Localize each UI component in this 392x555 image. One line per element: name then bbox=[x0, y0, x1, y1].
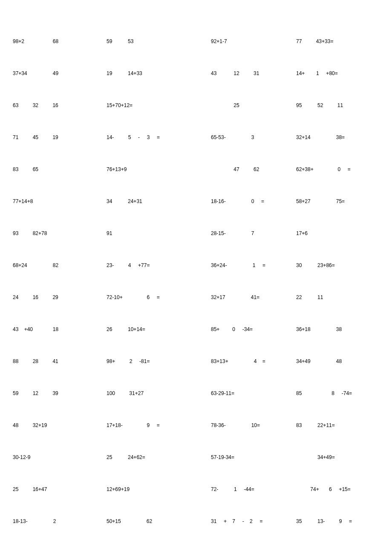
cell: 93 82+78 bbox=[13, 230, 107, 236]
worksheet-row: 63 32 16 15+70+12= 25 95 52 11 bbox=[13, 102, 379, 134]
cell: 98+2 68 bbox=[13, 38, 107, 44]
cell: 14+ 1 +80= bbox=[296, 70, 379, 76]
worksheet-row: 93 82+78 91 28-15- 7 17+6 bbox=[13, 230, 379, 262]
cell: 34 24+31 bbox=[107, 198, 211, 204]
cell: 65-53- 3 bbox=[211, 134, 296, 140]
cell: 63-29-11= bbox=[211, 390, 296, 396]
worksheet-page: 98+2 68 59 53 92+1-7 77 43+33= 37+34 49 … bbox=[0, 0, 392, 555]
cell: 17+6 bbox=[296, 230, 379, 236]
cell: 85 8 -74= bbox=[296, 390, 379, 396]
cell: 78-36- 10= bbox=[211, 422, 296, 428]
cell: 92+1-7 bbox=[211, 38, 296, 44]
worksheet-row: 88 28 41 98+ 2 -81= 83+13+ 4 = 34+49 48 bbox=[13, 358, 379, 390]
cell: 25 16+47 bbox=[13, 486, 107, 492]
cell: 14- 5 - 3 = bbox=[107, 134, 211, 140]
cell: 59 53 bbox=[107, 38, 211, 44]
cell: 32+17 41= bbox=[211, 294, 296, 300]
cell: 77+14+8 bbox=[13, 198, 107, 204]
worksheet-row: 37+34 49 19 14+33 43 12 31 14+ 1 +80= bbox=[13, 70, 379, 102]
cell: 85+ 0 -34= bbox=[211, 326, 296, 332]
worksheet-row: 25 16+47 12+69+19 72- 1 -44= 74+ 6 +15= bbox=[13, 486, 379, 518]
cell: 43 +40 18 bbox=[13, 326, 107, 332]
cell: 83 22+11= bbox=[296, 422, 379, 428]
cell: 35 13- 9 = bbox=[296, 518, 379, 524]
cell: 83 65 bbox=[13, 166, 107, 172]
cell: 24 16 29 bbox=[13, 294, 107, 300]
cell: 83+13+ 4 = bbox=[211, 358, 296, 364]
cell: 25 bbox=[211, 102, 296, 108]
worksheet-row: 59 12 39 100 31+27 63-29-11= 85 8 -74= bbox=[13, 390, 379, 422]
cell: 57-19-34= bbox=[211, 454, 296, 460]
cell: 76+13+9 bbox=[107, 166, 211, 172]
worksheet-row: 77+14+8 34 24+31 18-16- 0 = 58+27 75= bbox=[13, 198, 379, 230]
cell: 48 32+19 bbox=[13, 422, 107, 428]
cell: 100 31+27 bbox=[107, 390, 211, 396]
cell: 88 28 41 bbox=[13, 358, 107, 364]
cell: 77 43+33= bbox=[296, 38, 379, 44]
worksheet-row: 30-12-9 25 24+62= 57-19-34= 34+49= bbox=[13, 454, 379, 486]
cell: 50+15 62 bbox=[107, 518, 211, 524]
cell: 58+27 75= bbox=[296, 198, 379, 204]
cell: 72- 1 -44= bbox=[211, 486, 296, 492]
worksheet-row: 68+24 82 23- 4 +77= 36+24- 1 = 30 23+86= bbox=[13, 262, 379, 294]
cell: 32+14 38= bbox=[296, 134, 379, 140]
worksheet-row: 18-13- 2 50+15 62 31 + 7 - 2 = 35 13- 9 … bbox=[13, 518, 379, 550]
cell: 22 11 bbox=[296, 294, 379, 300]
worksheet-row: 24 16 29 72-10+ 6 = 32+17 41= 22 11 bbox=[13, 294, 379, 326]
cell: 28-15- 7 bbox=[211, 230, 296, 236]
cell: 62+38+ 0 = bbox=[296, 166, 379, 172]
cell: 19 14+33 bbox=[107, 70, 211, 76]
cell: 31 + 7 - 2 = bbox=[211, 518, 296, 524]
cell: 15+70+12= bbox=[107, 102, 211, 108]
cell: 72-10+ 6 = bbox=[107, 294, 211, 300]
worksheet-row: 43 +40 18 26 10+14= 85+ 0 -34= 36+18 38 bbox=[13, 326, 379, 358]
cell: 25 24+62= bbox=[107, 454, 211, 460]
cell: 18-13- 2 bbox=[13, 518, 107, 524]
worksheet-row: 83 65 76+13+9 47 62 62+38+ 0 = bbox=[13, 166, 379, 198]
cell: 23- 4 +77= bbox=[107, 262, 211, 268]
cell: 34+49= bbox=[296, 454, 379, 460]
cell: 12+69+19 bbox=[107, 486, 211, 492]
cell: 34+49 48 bbox=[296, 358, 379, 364]
cell: 68+24 82 bbox=[13, 262, 107, 268]
cell: 98+ 2 -81= bbox=[107, 358, 211, 364]
cell: 26 10+14= bbox=[107, 326, 211, 332]
cell: 43 12 31 bbox=[211, 70, 296, 76]
cell: 36+24- 1 = bbox=[211, 262, 296, 268]
cell: 74+ 6 +15= bbox=[296, 486, 379, 492]
cell: 36+18 38 bbox=[296, 326, 379, 332]
cell: 91 bbox=[107, 230, 211, 236]
cell: 59 12 39 bbox=[13, 390, 107, 396]
cell: 17+18- 9 = bbox=[107, 422, 211, 428]
worksheet-row: 98+2 68 59 53 92+1-7 77 43+33= bbox=[13, 38, 379, 70]
cell: 63 32 16 bbox=[13, 102, 107, 108]
worksheet-row: 48 32+19 17+18- 9 = 78-36- 10= 83 22+11= bbox=[13, 422, 379, 454]
worksheet-row: 71 45 19 14- 5 - 3 = 65-53- 3 32+14 38= bbox=[13, 134, 379, 166]
cell: 18-16- 0 = bbox=[211, 198, 296, 204]
cell: 30-12-9 bbox=[13, 454, 107, 460]
cell: 71 45 19 bbox=[13, 134, 107, 140]
cell: 47 62 bbox=[211, 166, 296, 172]
cell: 95 52 11 bbox=[296, 102, 379, 108]
cell: 37+34 49 bbox=[13, 70, 107, 76]
cell: 30 23+86= bbox=[296, 262, 379, 268]
